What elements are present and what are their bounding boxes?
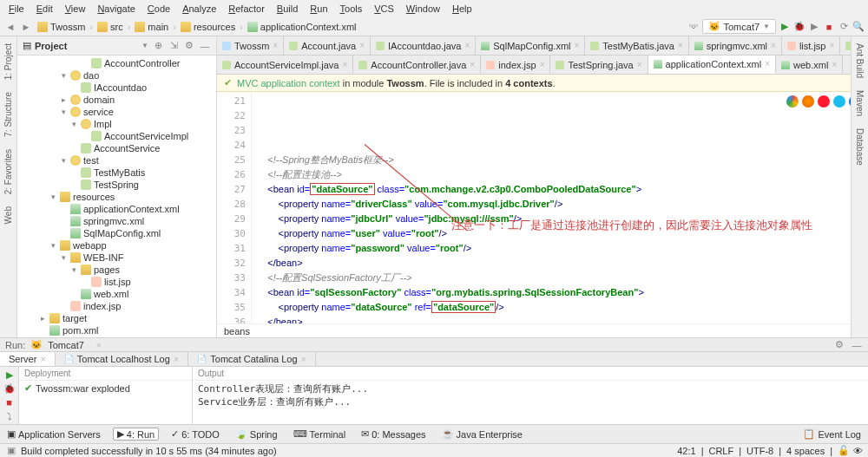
- tree-node-twossmiml[interactable]: Twossm.iml: [17, 336, 216, 337]
- run-button[interactable]: ▶: [779, 21, 791, 33]
- hide-icon[interactable]: ―: [851, 339, 863, 351]
- exit-icon[interactable]: ⤵: [3, 410, 16, 422]
- editor-tab-testspringjava[interactable]: TestSpring.java×: [550, 55, 648, 74]
- event-log-button[interactable]: 📋Event Log: [799, 428, 865, 440]
- tree-node-service[interactable]: ▾service: [17, 106, 216, 118]
- tree-node-webxml[interactable]: web.xml: [17, 288, 216, 300]
- tree-node-pages[interactable]: ▾pages: [17, 264, 216, 276]
- menu-file[interactable]: File: [3, 2, 30, 16]
- tree-node-pomxml[interactable]: pom.xml: [17, 324, 216, 336]
- opera-icon[interactable]: [818, 95, 830, 108]
- editor-tab-webxml[interactable]: web.xml×: [776, 55, 843, 74]
- tree-node-resources[interactable]: ▾resources: [17, 191, 216, 203]
- tree-node-domain[interactable]: ▸domain: [17, 94, 216, 106]
- debug-button[interactable]: 🐞: [793, 21, 806, 33]
- line-separator[interactable]: CRLF: [708, 446, 733, 456]
- tw-todo[interactable]: ✓6: TODO: [168, 428, 223, 440]
- readonly-icon[interactable]: 🔓: [838, 445, 850, 456]
- tw-javaenterprise[interactable]: ☕Java Enterprise: [438, 428, 526, 440]
- right-tab-antbuild[interactable]: Ant Build: [854, 40, 865, 82]
- tw-messages[interactable]: ✉0: Messages: [358, 428, 429, 440]
- menu-navigate[interactable]: Navigate: [92, 2, 140, 16]
- tree-node-testspring[interactable]: TestSpring: [17, 179, 216, 191]
- menu-vcs[interactable]: VCS: [369, 2, 399, 16]
- editor-tab-sqlmapconfigxml[interactable]: SqlMapConfig.xml×: [476, 36, 585, 55]
- search-icon[interactable]: 🔍: [852, 21, 865, 33]
- menu-edit[interactable]: Edit: [31, 2, 58, 16]
- editor-tab-accountjava[interactable]: Account.java×: [284, 36, 371, 55]
- rerun-icon[interactable]: ▶: [3, 369, 16, 381]
- editor-tab-accountserviceimpljava[interactable]: AccountServiceImpl.java×: [217, 55, 353, 74]
- tree-node-webinf[interactable]: ▾WEB-INF: [17, 251, 216, 264]
- tree-node-dao[interactable]: ▾dao: [17, 69, 216, 82]
- inspection-icon[interactable]: 👁: [853, 446, 863, 456]
- breadcrumb-applicationcontext.xml[interactable]: applicationContext.xml: [245, 22, 359, 32]
- tree-node-accountcontroller[interactable]: AccountController: [17, 57, 216, 69]
- right-tab-database[interactable]: Database: [854, 125, 865, 169]
- breadcrumb-src[interactable]: src: [95, 22, 126, 32]
- settings-icon[interactable]: ⚙: [183, 40, 195, 52]
- tree-node-springmvcxml[interactable]: springmvc.xml: [17, 215, 216, 227]
- left-tab-favorites[interactable]: 2: Favorites: [3, 146, 14, 198]
- firefox-icon[interactable]: [802, 95, 814, 108]
- nav-fwd-icon[interactable]: ►: [19, 20, 33, 34]
- tree-node-iaccountdao[interactable]: IAccountdao: [17, 82, 216, 94]
- stop-icon[interactable]: ■: [3, 396, 16, 408]
- project-dropdown-icon[interactable]: ▼: [141, 42, 148, 49]
- left-tab-web[interactable]: Web: [3, 203, 14, 227]
- tree-node-webapp[interactable]: ▾webapp: [17, 239, 216, 251]
- editor-tab-listjsp[interactable]: list.jsp×: [782, 36, 840, 55]
- tree-node-accountserviceimpl[interactable]: AccountServiceImpl: [17, 130, 216, 142]
- menu-tools[interactable]: Tools: [335, 2, 368, 16]
- tree-node-impl[interactable]: ▾Impl: [17, 118, 216, 130]
- indent[interactable]: 4 spaces: [786, 446, 825, 456]
- left-tab-structure[interactable]: 7: Structure: [3, 88, 14, 140]
- menu-view[interactable]: View: [60, 2, 91, 16]
- coverage-button[interactable]: ▶: [808, 21, 820, 33]
- deployment-item[interactable]: ✔ Twossm:war exploded: [24, 382, 187, 394]
- run-config-selector[interactable]: 🐱 Tomcat7 ▼: [702, 19, 777, 34]
- run-tab-tomcatlocalhostlog[interactable]: 📄Tomcat Localhost Log ×: [56, 352, 188, 366]
- menu-run[interactable]: Run: [305, 2, 332, 16]
- menu-analyze[interactable]: Analyze: [177, 2, 221, 16]
- tw-run[interactable]: ▶4: Run: [113, 428, 159, 441]
- editor-tab-testmybatisjava[interactable]: TestMyBatis.java×: [585, 36, 688, 55]
- right-tab-maven[interactable]: Maven: [854, 87, 865, 120]
- menu-window[interactable]: Window: [401, 2, 445, 16]
- status-icon[interactable]: ▣: [5, 445, 17, 457]
- tree-node-listjsp[interactable]: list.jsp: [17, 276, 216, 288]
- encoding[interactable]: UTF-8: [746, 446, 773, 456]
- update-button[interactable]: ⟳: [838, 21, 850, 33]
- stop-button[interactable]: ■: [823, 21, 835, 33]
- breadcrumb-main[interactable]: main: [132, 22, 171, 32]
- tw-applicationservers[interactable]: ▣Application Servers: [3, 428, 104, 440]
- editor-tab-springmvcxml[interactable]: springmvc.xml×: [689, 36, 782, 55]
- editor-tab-twossm[interactable]: Twossm×: [217, 36, 284, 55]
- debug-icon[interactable]: 🐞: [3, 382, 16, 395]
- chrome-icon[interactable]: [786, 95, 799, 108]
- editor-tab-indexjsp[interactable]: index.jsp×: [481, 55, 550, 74]
- menu-refactor[interactable]: Refactor: [223, 2, 270, 16]
- breadcrumb-resources[interactable]: resources: [178, 22, 238, 32]
- code-editor[interactable]: 21222324252627282930313233343536373839 <…: [217, 92, 868, 323]
- tree-node-indexjsp[interactable]: index.jsp: [17, 300, 216, 312]
- menu-build[interactable]: Build: [272, 2, 303, 16]
- left-tab-project[interactable]: 1: Project: [3, 40, 14, 83]
- breadcrumb-twossm[interactable]: Twossm: [35, 22, 88, 32]
- code-content[interactable]: <!--Spring整合MyBatis框架--> <!--配置连接池--> <b…: [252, 92, 868, 323]
- run-tab-tomcatcatalinalog[interactable]: 📄Tomcat Catalina Log ×: [188, 352, 316, 366]
- editor-tab-accountcontrollerjava[interactable]: AccountController.java×: [353, 55, 481, 74]
- nav-back-icon[interactable]: ◄: [3, 20, 17, 34]
- tw-terminal[interactable]: ⌨Terminal: [290, 428, 350, 440]
- tree-node-target[interactable]: ▸target: [17, 312, 216, 324]
- settings-icon[interactable]: ⚙: [833, 339, 845, 351]
- build-icon[interactable]: [687, 21, 700, 33]
- tree-node-sqlmapconfigxml[interactable]: SqlMapConfig.xml: [17, 227, 216, 239]
- tree-node-applicationcontextxml[interactable]: applicationContext.xml: [17, 203, 216, 215]
- close-icon[interactable]: ×: [93, 339, 105, 351]
- editor-tab-iaccountdaojava[interactable]: IAccountdao.java×: [371, 36, 476, 55]
- menu-code[interactable]: Code: [142, 2, 175, 16]
- ie-icon[interactable]: [833, 95, 845, 108]
- tree-node-testmybatis[interactable]: TestMyBatis: [17, 166, 216, 179]
- scroll-from-source-icon[interactable]: ⊕: [152, 40, 164, 52]
